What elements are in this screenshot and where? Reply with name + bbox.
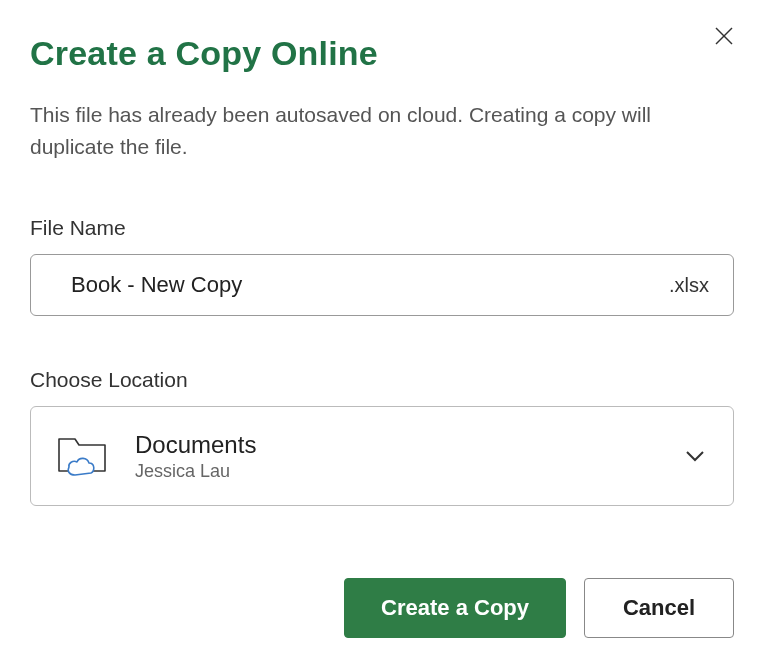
- dialog-description: This file has already been autosaved on …: [30, 99, 734, 162]
- location-subtitle: Jessica Lau: [135, 461, 683, 482]
- location-text: Documents Jessica Lau: [135, 431, 683, 482]
- close-button[interactable]: [712, 24, 736, 48]
- dialog-title: Create a Copy Online: [30, 34, 734, 73]
- create-copy-button[interactable]: Create a Copy: [344, 578, 566, 638]
- file-extension: .xlsx: [657, 274, 709, 297]
- filename-input-row: .xlsx: [30, 254, 734, 316]
- location-name: Documents: [135, 431, 683, 459]
- location-label: Choose Location: [30, 368, 734, 392]
- location-selector[interactable]: Documents Jessica Lau: [30, 406, 734, 506]
- cancel-button[interactable]: Cancel: [584, 578, 734, 638]
- chevron-down-icon: [683, 444, 707, 468]
- filename-input[interactable]: [71, 255, 657, 315]
- button-row: Create a Copy Cancel: [344, 578, 734, 638]
- close-icon: [714, 26, 734, 46]
- filename-label: File Name: [30, 216, 734, 240]
- folder-cloud-icon: [55, 427, 113, 485]
